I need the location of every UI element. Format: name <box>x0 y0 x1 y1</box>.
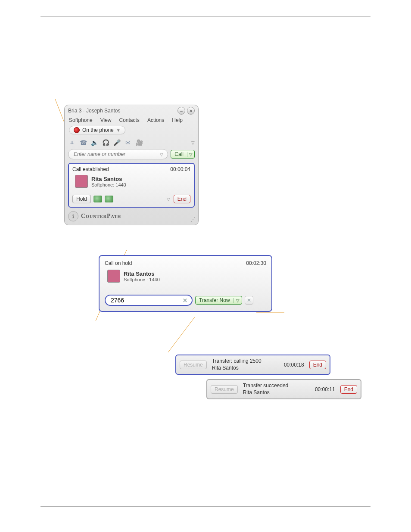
brand-logo-icon: ⟟ <box>68 211 78 221</box>
avatar <box>75 175 88 188</box>
clear-input-icon[interactable]: ✕ <box>183 297 187 304</box>
dial-input-wrapper[interactable]: ▽ <box>68 149 168 159</box>
presence-status-selector[interactable]: On the phone ▼ <box>69 126 125 134</box>
transfer-progress-strip: Resume Transfer: calling 2500 Rita Santo… <box>175 355 330 375</box>
call-timer: 00:00:04 <box>170 166 190 172</box>
strip1-line2: Rita Santos <box>212 365 279 372</box>
transfer-icon[interactable] <box>93 196 102 202</box>
menu-help[interactable]: Help <box>172 117 183 123</box>
dial-row: ▽ Call ▽ <box>65 149 198 163</box>
call-panel-overflow-icon[interactable]: ▽ <box>167 197 170 202</box>
close-button[interactable]: ✕ <box>187 107 195 115</box>
call-button-label: Call <box>171 150 187 158</box>
presence-label: On the phone <box>82 127 114 133</box>
brand-name: CounterPath <box>81 213 121 220</box>
strip1-timer: 00:00:18 <box>284 362 304 368</box>
strip1-line1: Transfer: calling 2500 <box>212 358 279 365</box>
auto-answer-icon[interactable]: ☎ <box>79 139 87 146</box>
menu-contacts[interactable]: Contacts <box>119 117 140 123</box>
svg-line-2 <box>168 317 195 352</box>
call-on-hold-panel: Call on hold 00:02:30 Rita Santos Softph… <box>99 255 272 312</box>
strip2-line1: Transfer succeeded <box>243 383 310 389</box>
hold-button[interactable]: Hold <box>72 195 91 203</box>
window-title: Bria 3 - Joseph Santos <box>68 108 120 114</box>
chevron-down-icon: ▼ <box>116 128 121 133</box>
transfer-now-button[interactable]: Transfer Now ▽ <box>195 296 242 305</box>
call-button[interactable]: Call ▽ <box>171 150 195 159</box>
resize-grip-icon[interactable]: ⋰ <box>190 216 196 222</box>
menu-actions[interactable]: Actions <box>147 117 164 123</box>
dial-history-dropdown-icon[interactable]: ▽ <box>160 152 163 157</box>
caller-line2: Softphone: 1440 <box>91 182 126 187</box>
caller-name: Rita Santos <box>124 271 160 277</box>
mic-icon[interactable]: 🎤 <box>113 139 121 146</box>
hold-timer: 00:02:30 <box>246 260 266 266</box>
speaker-icon[interactable]: 🔈 <box>90 139 98 146</box>
hold-status-label: Call on hold <box>105 260 132 266</box>
avatar <box>107 270 120 283</box>
rule-top <box>40 16 371 16</box>
toolbar-overflow-icon[interactable]: ▽ <box>191 140 195 145</box>
caller-line2: Softphone : 1440 <box>124 277 160 282</box>
call-status-label: Call established <box>72 166 109 172</box>
call-button-dropdown-icon[interactable]: ▽ <box>187 152 194 157</box>
titlebar: Bria 3 - Joseph Santos – ✕ <box>65 105 198 116</box>
brand-footer: ⟟ CounterPath <box>65 208 198 221</box>
end-call-button[interactable]: End <box>174 195 190 203</box>
active-call-panel: Call established 00:00:04 Rita Santos So… <box>68 163 195 208</box>
conference-icon[interactable] <box>105 196 113 202</box>
strip2-line2: Rita Santos <box>243 389 310 396</box>
transfer-number-input[interactable] <box>110 296 183 304</box>
headset-icon[interactable]: 🎧 <box>102 139 109 146</box>
dial-input[interactable] <box>73 151 160 158</box>
transfer-now-label: Transfer Now <box>196 296 234 304</box>
toolbar: ⌗ ☎ 🔈 🎧 🎤 ✉ 🎥 ▽ <box>65 137 198 149</box>
transfer-number-wrapper[interactable]: ✕ <box>105 295 193 306</box>
minimize-button[interactable]: – <box>177 107 185 115</box>
resume-button: Resume <box>180 361 207 369</box>
strip2-timer: 00:00:11 <box>315 386 335 392</box>
caller-name: Rita Santos <box>91 176 126 182</box>
softphone-window: Bria 3 - Joseph Santos – ✕ Softphone Vie… <box>64 105 199 225</box>
menubar: Softphone View Contacts Actions Help <box>65 116 198 126</box>
resume-button: Resume <box>211 385 238 394</box>
presence-dot-icon <box>74 127 80 133</box>
menu-softphone[interactable]: Softphone <box>69 117 93 123</box>
transfer-now-dropdown-icon[interactable]: ▽ <box>234 298 242 303</box>
dialpad-icon[interactable]: ⌗ <box>68 139 76 146</box>
end-button[interactable]: End <box>340 385 357 394</box>
cancel-transfer-icon[interactable]: ✕ <box>245 296 253 305</box>
video-icon[interactable]: 🎥 <box>135 139 143 146</box>
menu-view[interactable]: View <box>100 117 112 123</box>
rule-bottom <box>40 507 371 507</box>
voicemail-icon[interactable]: ✉ <box>124 139 132 146</box>
end-button[interactable]: End <box>309 361 326 369</box>
transfer-succeeded-strip: Resume Transfer succeeded Rita Santos 00… <box>206 379 361 399</box>
